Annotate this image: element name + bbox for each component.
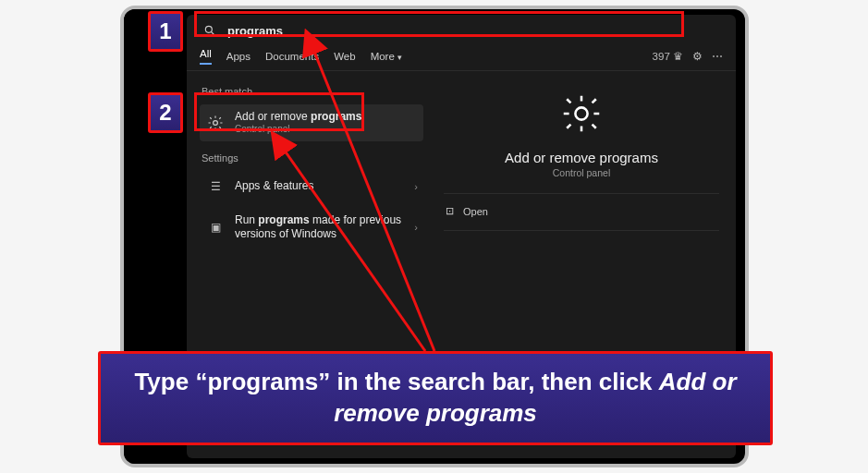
result-title: Add or remove programs [235,110,418,124]
instruction-text: Type “programs” in the search bar, then … [134,368,658,395]
result-best-match[interactable]: Add or remove programs Control panel [200,104,423,141]
results-list: Best match Add or remove programs Contro… [187,71,427,245]
open-label: Open [463,206,488,217]
tab-more[interactable]: More ▾ [371,51,402,62]
search-bar [187,15,736,42]
instruction-banner: Type “programs” in the search bar, then … [98,351,773,445]
result-title: Apps & features [235,179,405,193]
divider [444,230,719,231]
tab-all[interactable]: All [200,48,212,65]
filter-tabs: All Apps Documents Web More ▾ 397 ♛ ⚙ ⋯ [187,42,736,71]
svg-point-0 [205,26,212,32]
section-best-match: Best match [202,86,423,97]
svg-point-2 [214,120,218,125]
tab-apps[interactable]: Apps [226,51,251,62]
app-icon: ▣ [205,217,226,237]
result-apps-features[interactable]: ☰ Apps & features › [200,171,423,202]
preview-subtitle: Control panel [553,167,610,178]
preview-title: Add or remove programs [505,150,658,165]
svg-line-1 [212,32,214,35]
open-icon: ⊡ [446,205,454,217]
open-button[interactable]: ⊡ Open [444,201,490,221]
chevron-right-icon: › [414,181,418,192]
chevron-down-icon: ▾ [397,53,402,62]
tab-web[interactable]: Web [334,51,355,62]
result-compat-troubleshooter[interactable]: ▣ Run programs made for previous version… [200,208,423,246]
search-icon [200,20,220,41]
step-badge-2: 2 [148,92,183,133]
gear-icon-large [561,93,602,137]
rewards-count[interactable]: 397 ♛ [653,50,683,63]
list-icon: ☰ [205,176,226,197]
gear-icon [205,113,226,133]
trophy-icon: ♛ [673,51,683,62]
preview-pane: Add or remove programs Control panel ⊡ O… [427,71,736,245]
options-icon[interactable]: ⚙ [692,50,703,63]
step-badge-1: 1 [148,11,183,52]
result-title: Run programs made for previous versions … [235,213,405,241]
divider [444,193,719,194]
tab-documents[interactable]: Documents [265,51,319,62]
chevron-right-icon: › [414,222,418,233]
svg-point-3 [575,107,587,119]
section-settings: Settings [202,152,423,164]
more-icon[interactable]: ⋯ [712,50,723,63]
result-subtitle: Control panel [235,124,418,136]
results-body: Best match Add or remove programs Contro… [187,71,736,245]
search-input[interactable] [227,24,723,38]
